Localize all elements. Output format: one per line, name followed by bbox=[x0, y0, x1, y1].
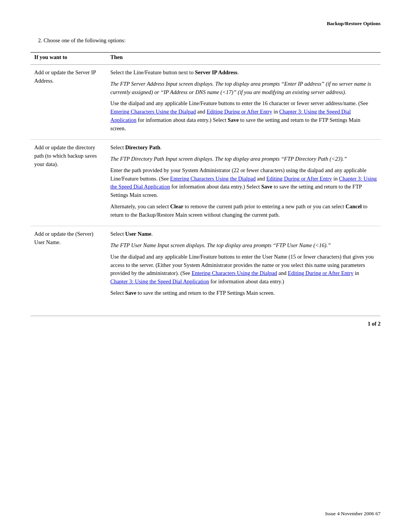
table-row: Add or update the Server IP Address. Sel… bbox=[30, 65, 381, 140]
bold-dir-path: Directory Path bbox=[125, 144, 160, 150]
row2-p1: Select Directory Path. bbox=[110, 144, 377, 152]
page: Backup/Restore Options 2. Choose one of … bbox=[0, 0, 411, 532]
row2-p2: The FTP Directory Path Input screen disp… bbox=[110, 155, 377, 163]
row1-col2: Select the Line/Feature button next to S… bbox=[107, 65, 381, 140]
bold-server-ip: Server IP Address bbox=[195, 69, 237, 75]
row2-p4: Alternately, you can select Clear to rem… bbox=[110, 203, 377, 219]
row3-col1: Add or update the (Server) User Name. bbox=[30, 226, 107, 304]
link-editing-during-3[interactable]: Editing During or After Entry bbox=[288, 270, 353, 276]
footer-rule bbox=[30, 316, 381, 316]
row2-col2: Select Directory Path. The FTP Directory… bbox=[107, 140, 381, 226]
row1-col1: Add or update the Server IP Address. bbox=[30, 65, 107, 140]
table-row: Add or update the (Server) User Name. Se… bbox=[30, 226, 381, 304]
row1-p3: Use the dialpad and any applicable Line/… bbox=[110, 99, 377, 133]
row2-col1: Add or update the directory path (to whi… bbox=[30, 140, 107, 226]
row2-p3: Enter the path provided by your System A… bbox=[110, 166, 377, 200]
link-entering-chars-3[interactable]: Entering Characters Using the Dialpad bbox=[191, 270, 277, 276]
bold-clear: Clear bbox=[170, 203, 183, 209]
bold-save-3: Save bbox=[125, 290, 136, 296]
link-editing-during-2[interactable]: Editing During or After Entry bbox=[266, 176, 332, 182]
link-chapter3-3[interactable]: Chapter 3: Using the Speed Dial Applicat… bbox=[110, 278, 209, 284]
col1-header: If you want to bbox=[30, 53, 107, 65]
bottom-footer: Issue 4 November 2006 67 bbox=[30, 511, 381, 517]
header-title: Backup/Restore Options bbox=[327, 21, 381, 26]
row3-p4: Select Save to save the setting and retu… bbox=[110, 289, 377, 297]
bold-save-2: Save bbox=[261, 184, 272, 190]
row3-p3: Use the dialpad and any applicable Line/… bbox=[110, 253, 377, 286]
pagination-label: 1 of 2 bbox=[368, 321, 381, 327]
table-row: Add or update the directory path (to whi… bbox=[30, 140, 381, 226]
link-entering-chars-1[interactable]: Entering Characters Using the Dialpad bbox=[110, 109, 196, 115]
footer-text: Issue 4 November 2006 67 bbox=[325, 511, 381, 517]
bold-user-name: User Name bbox=[125, 231, 151, 237]
intro-text: 2. Choose one of the following options: bbox=[38, 37, 381, 44]
row3-p1: Select User Name. bbox=[110, 230, 377, 238]
col2-header: Then bbox=[107, 53, 381, 65]
row3-col2: Select User Name. The FTP User Name Inpu… bbox=[107, 226, 381, 304]
page-header: Backup/Restore Options bbox=[30, 21, 381, 27]
link-entering-chars-2[interactable]: Entering Characters Using the Dialpad bbox=[170, 176, 256, 182]
row1-p1: Select the Line/Feature button next to S… bbox=[110, 69, 377, 77]
row1-p2: The FTP Server Address Input screen disp… bbox=[110, 80, 377, 97]
bold-save-1: Save bbox=[228, 117, 239, 123]
bold-cancel: Cancel bbox=[346, 203, 362, 209]
row3-p2: The FTP User Name Input screen displays.… bbox=[110, 241, 377, 250]
link-editing-during-1[interactable]: Editing During or After Entry bbox=[207, 109, 272, 115]
options-table: If you want to Then Add or update the Se… bbox=[30, 52, 381, 304]
pagination-row: 1 of 2 bbox=[30, 319, 381, 329]
